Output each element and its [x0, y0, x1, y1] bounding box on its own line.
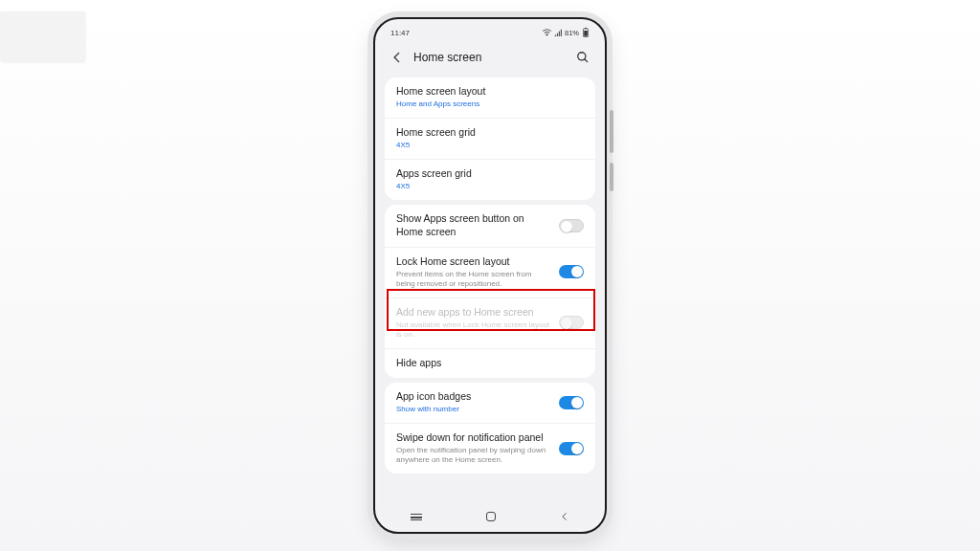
search-icon[interactable]	[574, 49, 591, 66]
stage: 11:47 81% Home screen Hom	[0, 0, 980, 551]
settings-content: Home screen layout Home and Apps screens…	[379, 77, 601, 474]
row-subtitle: Show with number	[396, 405, 551, 414]
row-title: Home screen grid	[396, 126, 584, 139]
toggle-show-apps-button[interactable]	[559, 219, 584, 232]
row-subtitle: 4X5	[396, 182, 584, 191]
toggle-lock-home-layout[interactable]	[559, 265, 584, 278]
row-lock-home-layout[interactable]: Lock Home screen layout Prevent items on…	[385, 248, 595, 298]
row-title: Swipe down for notification panel	[396, 431, 551, 444]
back-icon[interactable]	[389, 49, 406, 66]
status-time: 11:47	[390, 29, 410, 37]
row-subtitle: 4X5	[396, 141, 584, 150]
settings-group: Home screen layout Home and Apps screens…	[385, 77, 595, 200]
row-swipe-down-notification[interactable]: Swipe down for notification panel Open t…	[385, 424, 595, 474]
phone-frame: 11:47 81% Home screen Hom	[373, 17, 607, 534]
row-title: App icon badges	[396, 390, 551, 403]
row-home-screen-grid[interactable]: Home screen grid 4X5	[385, 119, 595, 160]
status-battery-text: 81%	[565, 29, 579, 37]
settings-group: App icon badges Show with number Swipe d…	[385, 383, 595, 474]
row-subtitle: Home and Apps screens	[396, 99, 584, 109]
row-title: Show Apps screen button on Home screen	[396, 212, 551, 237]
svg-rect-2	[584, 31, 588, 36]
row-title: Hide apps	[396, 357, 584, 369]
phone-side-button	[610, 110, 613, 153]
row-title: Add new apps to Home screen	[396, 306, 551, 319]
settings-group: Show Apps screen button on Home screen L…	[385, 205, 595, 378]
phone-screen: 11:47 81% Home screen Hom	[379, 23, 601, 528]
nav-back-icon[interactable]	[560, 512, 569, 521]
signal-icon	[554, 29, 562, 36]
toggle-swipe-down-notification[interactable]	[559, 442, 584, 455]
nav-recent-icon[interactable]	[411, 514, 422, 520]
svg-line-4	[585, 59, 588, 62]
row-subtitle: Open the notification panel by swiping d…	[396, 446, 551, 465]
row-subtitle: Prevent items on the Home screen from be…	[396, 270, 551, 289]
row-show-apps-button[interactable]: Show Apps screen button on Home screen	[385, 205, 595, 247]
row-title: Home screen layout	[396, 85, 584, 98]
nav-home-icon[interactable]	[486, 512, 496, 521]
phone-side-button	[610, 163, 613, 191]
row-title: Lock Home screen layout	[396, 255, 551, 268]
settings-header: Home screen	[379, 42, 601, 73]
row-title: Apps screen grid	[396, 167, 584, 180]
row-add-new-apps: Add new apps to Home screen Not availabl…	[385, 298, 595, 349]
row-subtitle: Not available when Lock Home screen layo…	[396, 320, 551, 340]
row-home-screen-layout[interactable]: Home screen layout Home and Apps screens	[385, 77, 595, 119]
row-hide-apps[interactable]: Hide apps	[385, 349, 595, 378]
wifi-icon	[543, 29, 551, 36]
android-nav-bar	[379, 505, 601, 528]
decorative-patch	[0, 11, 84, 61]
toggle-app-icon-badges[interactable]	[559, 396, 584, 409]
battery-icon	[582, 28, 590, 37]
toggle-add-new-apps	[559, 316, 584, 329]
row-app-icon-badges[interactable]: App icon badges Show with number	[385, 383, 595, 424]
row-apps-screen-grid[interactable]: Apps screen grid 4X5	[385, 160, 595, 200]
status-bar: 11:47 81%	[379, 23, 601, 42]
page-title: Home screen	[413, 51, 567, 64]
